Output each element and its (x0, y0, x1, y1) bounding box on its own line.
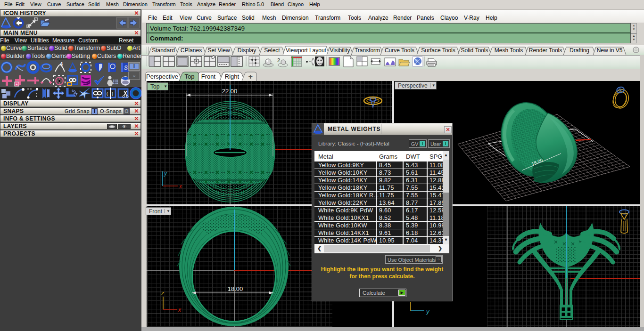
svg-text:z: z (161, 290, 164, 297)
svg-text:(: ( (107, 91, 108, 96)
svg-text:+: + (16, 82, 18, 87)
svg-text:Top: Top (185, 73, 195, 80)
svg-text:): ) (112, 91, 113, 96)
svg-text:2: 2 (277, 57, 280, 63)
svg-text:y: y (426, 308, 430, 315)
svg-text:Right: Right (225, 73, 239, 80)
svg-text:22.00: 22.00 (222, 88, 238, 95)
svg-text:x: x (178, 307, 182, 313)
svg-text:y: y (164, 170, 167, 177)
svg-text:Perspective: Perspective (146, 73, 178, 80)
svg-text:✚: ✚ (248, 74, 252, 80)
svg-text:18.00: 18.00 (228, 285, 243, 292)
svg-text:Front: Front (201, 73, 216, 80)
svg-text:x: x (179, 183, 182, 190)
